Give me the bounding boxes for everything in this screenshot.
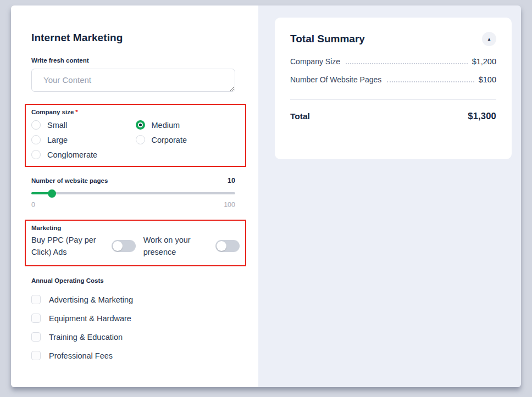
radio-option-label: Medium: [152, 121, 180, 130]
dotted-leader: [387, 81, 474, 82]
annual-costs-checklist: Advertising & Marketing Equipment & Hard…: [31, 290, 246, 365]
summary-row-company-size: Company Size $1,200: [290, 57, 496, 66]
dotted-leader: [346, 63, 468, 64]
summary-divider: [290, 99, 496, 100]
marketing-toggle-group: Buy PPC (Pay per Click) Ads Work on your…: [31, 234, 240, 259]
annual-costs-block: Annual Operating Costs Advertising & Mar…: [31, 277, 246, 365]
summary-row-website-pages: Number Of Website Pages $100: [290, 75, 496, 84]
checkbox-equipment-hardware[interactable]: Equipment & Hardware: [31, 309, 246, 328]
toggle-label-ppc: Buy PPC (Pay per Click) Ads: [31, 234, 104, 259]
internet-marketing-form-panel: Internet Marketing Write fresh content C…: [11, 5, 258, 387]
radio-option-medium[interactable]: Medium: [136, 120, 240, 130]
checkbox-advertising-marketing[interactable]: Advertising & Marketing: [31, 290, 246, 309]
summary-row-label: Number Of Website Pages: [290, 75, 381, 84]
collapse-summary-button[interactable]: ▲: [482, 32, 496, 46]
radio-option-label: Small: [47, 121, 67, 130]
summary-row-value: $100: [479, 75, 496, 84]
pages-slider-track[interactable]: [31, 192, 235, 194]
radio-option-large[interactable]: Large: [31, 135, 136, 144]
radio-selected-icon[interactable]: [136, 120, 145, 130]
toggle-ppc-ads[interactable]: [112, 240, 136, 252]
radio-option-label: Corporate: [152, 136, 187, 144]
slider-max-label: 100: [224, 201, 235, 209]
content-textarea[interactable]: [31, 69, 235, 92]
annual-costs-label: Annual Operating Costs: [31, 277, 246, 284]
checkbox-icon[interactable]: [31, 295, 41, 304]
form-title: Internet Marketing: [31, 32, 246, 44]
company-size-highlight-box: Company size* Small Medium Large Corpor: [25, 104, 246, 167]
checkbox-label: Professional Fees: [49, 351, 113, 360]
content-field-label: Write fresh content: [31, 57, 246, 64]
total-value: $1,300: [468, 111, 496, 121]
company-size-label-text: Company size: [31, 109, 74, 115]
radio-icon[interactable]: [136, 135, 145, 144]
caret-up-icon: ▲: [487, 37, 491, 42]
slider-min-label: 0: [31, 201, 35, 209]
checkbox-label: Equipment & Hardware: [49, 314, 131, 323]
checkbox-label: Advertising & Marketing: [49, 295, 133, 304]
toggle-label-presence: Work on your presence: [143, 234, 208, 259]
marketing-highlight-box: Marketing Buy PPC (Pay per Click) Ads Wo…: [25, 220, 246, 266]
radio-option-label: Large: [47, 136, 68, 144]
app-window: Internet Marketing Write fresh content C…: [11, 5, 521, 387]
checkbox-icon[interactable]: [31, 332, 41, 342]
radio-icon[interactable]: [31, 135, 41, 144]
summary-row-value: $1,200: [472, 57, 496, 66]
toggle-knob: [113, 241, 123, 251]
company-size-label: Company size*: [31, 109, 240, 115]
pages-slider-label: Number of website pages: [31, 177, 108, 184]
marketing-label: Marketing: [31, 225, 240, 231]
radio-icon[interactable]: [31, 120, 41, 130]
summary-panel: Total Summary ▲ Company Size $1,200 Numb…: [258, 5, 521, 387]
pages-slider-value: 10: [228, 177, 235, 184]
required-asterisk: *: [75, 109, 77, 115]
radio-option-label: Conglomerate: [47, 150, 97, 159]
summary-total-row: Total $1,300: [290, 111, 496, 121]
radio-icon[interactable]: [31, 150, 41, 159]
checkbox-label: Training & Education: [49, 333, 123, 342]
summary-row-label: Company Size: [290, 57, 340, 66]
radio-option-corporate[interactable]: Corporate: [136, 135, 240, 144]
total-label: Total: [290, 111, 310, 121]
summary-title: Total Summary: [290, 33, 365, 45]
toggle-work-presence[interactable]: [215, 240, 240, 252]
toggle-knob: [217, 241, 226, 251]
checkbox-training-education[interactable]: Training & Education: [31, 328, 246, 346]
checkbox-icon[interactable]: [31, 351, 41, 360]
radio-option-conglomerate[interactable]: Conglomerate: [31, 150, 136, 159]
company-size-radio-group: Small Medium Large Corporate Conglomerat…: [31, 120, 240, 159]
checkbox-icon[interactable]: [31, 314, 41, 323]
checkbox-professional-fees[interactable]: Professional Fees: [31, 346, 246, 365]
pages-slider-block: Number of website pages 10 0 100: [31, 177, 235, 209]
radio-option-small[interactable]: Small: [31, 120, 136, 130]
total-summary-card: Total Summary ▲ Company Size $1,200 Numb…: [275, 18, 512, 159]
pages-slider-thumb[interactable]: [48, 189, 56, 198]
